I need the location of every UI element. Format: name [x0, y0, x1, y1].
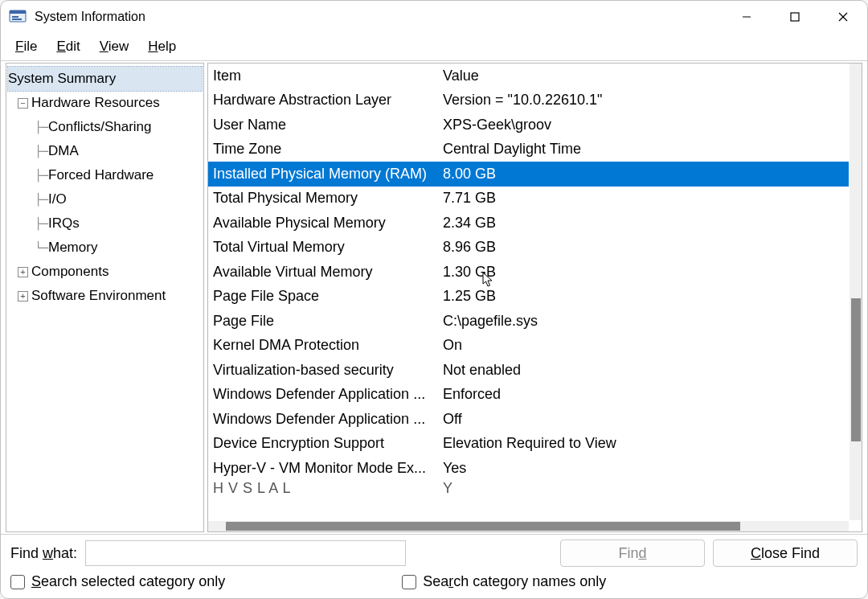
- cell-item: Hyper-V - VM Monitor Mode Ex...: [213, 460, 443, 477]
- tree-label: System Summary: [8, 71, 116, 87]
- window-controls: [723, 1, 867, 33]
- menu-view[interactable]: View: [90, 35, 139, 58]
- list-header-row[interactable]: Item Value: [208, 64, 849, 88]
- cell-item: Hardware Abstraction Layer: [213, 92, 443, 109]
- tree-node-components[interactable]: + Components: [8, 260, 202, 284]
- list-row[interactable]: Time ZoneCentral Daylight Time: [208, 137, 849, 162]
- menu-edit[interactable]: Edit: [47, 35, 89, 58]
- list-row[interactable]: Windows Defender Application ...Off: [208, 407, 849, 432]
- cell-value: Central Daylight Time: [443, 141, 849, 158]
- cell-value: 2.34 GB: [443, 215, 849, 232]
- expand-icon[interactable]: +: [18, 291, 28, 302]
- scrollbar-thumb[interactable]: [851, 298, 861, 441]
- checkbox-icon: [402, 575, 416, 589]
- list-row[interactable]: Page FileC:\pagefile.sys: [208, 309, 849, 334]
- menu-file[interactable]: File: [6, 35, 47, 58]
- cell-item: Kernel DMA Protection: [213, 337, 443, 354]
- cell-value: 7.71 GB: [443, 190, 849, 207]
- cell-value: 8.00 GB: [443, 166, 849, 183]
- close-button[interactable]: [819, 1, 867, 33]
- collapse-icon[interactable]: −: [18, 98, 28, 109]
- tree-label: Components: [31, 264, 108, 280]
- list-row[interactable]: Total Physical Memory7.71 GB: [208, 187, 849, 211]
- vertical-scrollbar[interactable]: [850, 64, 862, 520]
- tree-leaf[interactable]: ├─Conflicts/Sharing: [8, 115, 202, 139]
- list-row[interactable]: Device Encryption SupportElevation Requi…: [208, 432, 849, 457]
- cell-item: Total Virtual Memory: [213, 239, 443, 256]
- list-row[interactable]: Virtualization-based securityNot enabled: [208, 358, 849, 383]
- tree-leaf[interactable]: ├─I/O: [8, 187, 202, 211]
- tree-leaf[interactable]: ├─DMA: [8, 139, 202, 163]
- close-find-button[interactable]: Close Find: [713, 540, 858, 567]
- svg-rect-1: [10, 10, 26, 14]
- scrollbar-thumb[interactable]: [226, 522, 740, 531]
- tree-node-hardware-resources[interactable]: − Hardware Resources: [8, 91, 202, 115]
- list-row[interactable]: Hardware Abstraction LayerVersion = "10.…: [208, 88, 849, 113]
- cell-item: Installed Physical Memory (RAM): [213, 166, 443, 183]
- tree-pane[interactable]: System Summary − Hardware Resources ├─Co…: [6, 63, 204, 532]
- list-row[interactable]: Page File Space1.25 GB: [208, 285, 849, 310]
- menu-bar: File Edit View Help: [1, 33, 867, 60]
- cell-value: On: [443, 337, 849, 354]
- tree-label: Conflicts/Sharing: [48, 119, 152, 135]
- cell-value: 8.96 GB: [443, 239, 849, 256]
- cell-value: Not enabled: [443, 362, 849, 379]
- list-row[interactable]: Available Virtual Memory1.30 GB: [208, 260, 849, 285]
- tree-label: DMA: [48, 143, 79, 159]
- list-row-partial[interactable]: H V S L A L Y: [208, 481, 849, 497]
- cell-item: Page File: [213, 313, 443, 330]
- title-bar: System Information: [1, 1, 867, 33]
- cell-item: Page File Space: [213, 288, 443, 305]
- checkbox-search-category-names[interactable]: Search category names only: [402, 573, 606, 590]
- window-root: System Information File Edit View Help S…: [0, 0, 868, 599]
- tree-label: Software Environment: [31, 288, 166, 304]
- list-row[interactable]: Hyper-V - VM Monitor Mode Ex...Yes: [208, 456, 849, 481]
- list-row[interactable]: Installed Physical Memory (RAM)8.00 GB: [208, 162, 849, 187]
- tree-root-system-summary[interactable]: System Summary: [8, 67, 202, 91]
- tree-leaf[interactable]: ├─IRQs: [8, 211, 202, 236]
- find-input[interactable]: [85, 540, 405, 566]
- column-header-item[interactable]: Item: [213, 68, 443, 84]
- expand-icon[interactable]: +: [18, 267, 28, 277]
- find-bar: Find what: Find Close Find Search select…: [1, 534, 867, 598]
- cell-item: Total Physical Memory: [213, 190, 443, 207]
- list-row[interactable]: Kernel DMA ProtectionOn: [208, 334, 849, 359]
- app-icon: [9, 8, 27, 26]
- tree-leaf[interactable]: └─Memory: [8, 236, 202, 260]
- horizontal-scrollbar[interactable]: [208, 521, 849, 531]
- cell-value: 1.30 GB: [443, 264, 849, 281]
- cell-item: Windows Defender Application ...: [213, 411, 443, 428]
- cell-value: Elevation Required to View: [443, 435, 849, 452]
- svg-rect-5: [791, 13, 799, 21]
- minimize-button[interactable]: [723, 1, 771, 33]
- cell-item: Virtualization-based security: [213, 362, 443, 379]
- list-row[interactable]: User NameXPS-Geek\groov: [208, 113, 849, 137]
- cell-value: C:\pagefile.sys: [443, 313, 849, 330]
- cell-value: Yes: [443, 460, 849, 477]
- window-title: System Information: [35, 10, 723, 24]
- find-button[interactable]: Find: [560, 540, 705, 567]
- cell-value: 1.25 GB: [443, 288, 849, 305]
- list-row[interactable]: Total Virtual Memory8.96 GB: [208, 236, 849, 261]
- tree-node-software-environment[interactable]: + Software Environment: [8, 284, 202, 308]
- column-header-value[interactable]: Value: [443, 68, 849, 84]
- menu-help[interactable]: Help: [138, 35, 186, 58]
- cell-item: Time Zone: [213, 141, 443, 158]
- checkbox-icon: [10, 575, 25, 589]
- cell-item: Available Virtual Memory: [213, 264, 443, 281]
- find-label: Find what:: [10, 545, 77, 562]
- tree-leaf[interactable]: ├─Forced Hardware: [8, 163, 202, 187]
- tree-label: Forced Hardware: [48, 167, 154, 183]
- tree-label: Memory: [48, 240, 97, 256]
- checkbox-search-selected-category[interactable]: Search selected category only: [10, 573, 225, 590]
- svg-rect-3: [12, 18, 22, 20]
- cell-item: Device Encryption Support: [213, 435, 443, 452]
- tree-label: Hardware Resources: [31, 95, 160, 111]
- list-row[interactable]: Windows Defender Application ...Enforced: [208, 383, 849, 408]
- list-row[interactable]: Available Physical Memory2.34 GB: [208, 211, 849, 236]
- maximize-button[interactable]: [771, 1, 819, 33]
- tree-label: I/O: [48, 191, 67, 207]
- cell-item: Available Physical Memory: [213, 215, 443, 232]
- list-pane[interactable]: Item Value Hardware Abstraction LayerVer…: [207, 63, 862, 532]
- cell-value: Off: [443, 411, 849, 428]
